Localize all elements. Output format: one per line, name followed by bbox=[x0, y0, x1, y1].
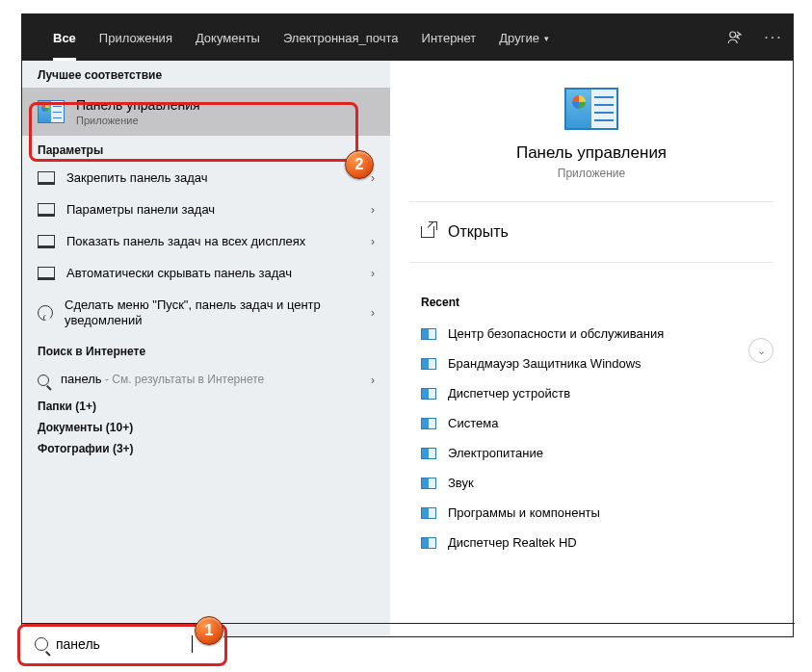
monitor-icon bbox=[38, 203, 55, 217]
chevron-right-icon: › bbox=[371, 235, 375, 248]
control-panel-icon bbox=[421, 507, 436, 519]
best-match-text: Панель управления Приложение bbox=[76, 97, 200, 126]
chevron-right-icon: › bbox=[371, 374, 375, 387]
tab-email[interactable]: Электронная_почта bbox=[272, 14, 410, 61]
search-icon bbox=[35, 637, 48, 651]
recent-item[interactable]: Звук bbox=[421, 468, 762, 498]
tab-apps[interactable]: Приложения bbox=[88, 14, 184, 61]
control-panel-icon bbox=[421, 478, 436, 489]
search-bar[interactable] bbox=[21, 626, 223, 662]
control-panel-icon bbox=[564, 88, 618, 130]
monitor-icon bbox=[38, 235, 55, 248]
open-label: Открыть bbox=[448, 223, 509, 241]
open-icon bbox=[421, 226, 434, 238]
photos-cat[interactable]: Фотографии (3+) bbox=[22, 438, 390, 459]
header-tabs: Все Приложения Документы Электронная_поч… bbox=[41, 14, 561, 61]
web-search-item[interactable]: панель - См. результаты в Интернете› bbox=[22, 364, 390, 396]
expand-button[interactable]: ⌄ bbox=[748, 338, 773, 363]
chevron-right-icon: › bbox=[371, 267, 375, 280]
control-panel-icon bbox=[421, 328, 436, 340]
chevron-right-icon: › bbox=[371, 306, 375, 320]
search-input[interactable] bbox=[56, 636, 191, 652]
recent-item[interactable]: Центр безопасности и обслуживания bbox=[421, 319, 762, 349]
control-panel-icon bbox=[421, 448, 436, 459]
recent-item[interactable]: Брандмауэр Защитника Windows bbox=[421, 349, 762, 378]
open-action[interactable]: Открыть bbox=[409, 201, 773, 263]
best-match-item[interactable]: Панель управления Приложение bbox=[22, 88, 390, 136]
preview-subtitle: Приложение bbox=[409, 167, 773, 180]
best-match-header: Лучшее соответствие bbox=[22, 61, 390, 88]
tab-all[interactable]: Все bbox=[41, 14, 88, 61]
more-icon[interactable]: ··· bbox=[764, 28, 783, 47]
header-bar: Все Приложения Документы Электронная_поч… bbox=[22, 14, 793, 61]
chevron-right-icon: › bbox=[371, 203, 375, 217]
preview: Панель управления Приложение bbox=[409, 61, 773, 192]
param-item[interactable]: Показать панель задач на всех дисплеях› bbox=[22, 226, 390, 258]
folders-cat[interactable]: Папки (1+) bbox=[22, 396, 390, 417]
body: Лучшее соответствие Панель управления Пр… bbox=[22, 61, 793, 636]
monitor-icon bbox=[38, 267, 55, 280]
params-header: Параметры bbox=[22, 136, 390, 163]
header-right: ··· bbox=[725, 28, 783, 47]
control-panel-icon bbox=[421, 358, 436, 370]
feedback-icon[interactable] bbox=[725, 28, 745, 47]
search-icon bbox=[38, 375, 49, 386]
param-item[interactable]: Автоматически скрывать панель задач› bbox=[22, 258, 390, 290]
control-panel-icon bbox=[421, 537, 436, 549]
param-item[interactable]: Параметры панели задач› bbox=[22, 194, 390, 226]
web-header: Поиск в Интернете bbox=[22, 337, 390, 364]
search-window: Все Приложения Документы Электронная_поч… bbox=[21, 13, 794, 637]
params-list: Закрепить панель задач› Параметры панели… bbox=[22, 163, 390, 636]
divider bbox=[21, 623, 795, 624]
palette-icon bbox=[38, 305, 53, 321]
tab-docs[interactable]: Документы bbox=[184, 14, 272, 61]
chevron-down-icon: ▾ bbox=[544, 34, 549, 43]
control-panel-icon bbox=[421, 388, 436, 400]
right-pane: Панель управления Приложение Открыть ⌄ R… bbox=[390, 61, 793, 636]
recent-item[interactable]: Диспетчер устройств bbox=[421, 378, 762, 408]
control-panel-icon bbox=[38, 100, 65, 123]
control-panel-icon bbox=[421, 418, 436, 429]
best-match-subtitle: Приложение bbox=[76, 115, 200, 126]
recent-item[interactable]: Система bbox=[421, 408, 762, 438]
preview-title: Панель управления bbox=[409, 143, 773, 163]
best-match-title: Панель управления bbox=[76, 97, 200, 113]
param-item[interactable]: Сделать меню "Пуск", панель задач и цент… bbox=[22, 290, 390, 338]
text-cursor bbox=[192, 635, 193, 653]
chevron-right-icon: › bbox=[371, 171, 375, 185]
tab-more[interactable]: Другие▾ bbox=[487, 14, 561, 61]
monitor-icon bbox=[38, 171, 55, 185]
param-item[interactable]: Закрепить панель задач› bbox=[22, 163, 390, 194]
left-pane: Лучшее соответствие Панель управления Пр… bbox=[22, 61, 390, 636]
recent-item[interactable]: Электропитание bbox=[421, 438, 762, 468]
recent-item[interactable]: Диспетчер Realtek HD bbox=[421, 528, 762, 557]
recent-header: Recent bbox=[421, 296, 762, 309]
tab-internet[interactable]: Интернет bbox=[410, 14, 488, 61]
documents-cat[interactable]: Документы (10+) bbox=[22, 417, 390, 438]
recent-section: Recent Центр безопасности и обслуживания… bbox=[409, 263, 773, 557]
recent-item[interactable]: Программы и компоненты bbox=[421, 498, 762, 528]
